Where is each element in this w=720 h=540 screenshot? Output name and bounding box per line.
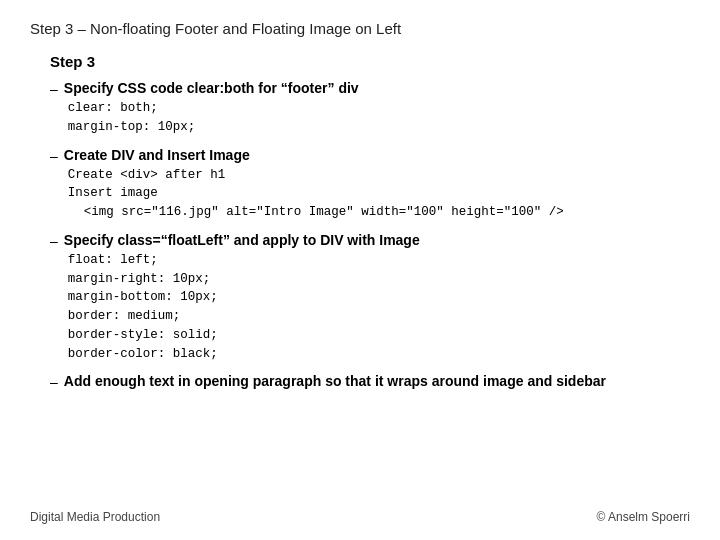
bullet-heading-4: Add enough text in opening paragraph so …: [64, 373, 606, 389]
code-line-3-5: border-style: solid;: [68, 326, 690, 345]
footer-bar: Digital Media Production © Anselm Spoerr…: [30, 510, 690, 524]
code-block-1: clear: both; margin-top: 10px;: [68, 99, 690, 137]
code-line-3-3: margin-bottom: 10px;: [68, 288, 690, 307]
code-line-3-4: border: medium;: [68, 307, 690, 326]
code-line-1-1: clear: both;: [68, 99, 690, 118]
bullet-item-3: – Specify class=“floatLeft” and apply to…: [50, 232, 690, 364]
bullet-item-4: – Add enough text in opening paragraph s…: [50, 373, 690, 390]
dash-4: –: [50, 374, 58, 390]
code-line-1-2: margin-top: 10px;: [68, 118, 690, 137]
code-line-3-2: margin-right: 10px;: [68, 270, 690, 289]
bullet-content-3: Specify class=“floatLeft” and apply to D…: [64, 232, 690, 364]
code-line-2-extra: <img src="116.jpg" alt="Intro Image" wid…: [84, 203, 690, 222]
bullet-heading-3: Specify class=“floatLeft” and apply to D…: [64, 232, 420, 248]
code-block-3: float: left; margin-right: 10px; margin-…: [68, 251, 690, 364]
code-block-2: Create <div> after h1 Insert image <img …: [68, 166, 690, 222]
dash-3: –: [50, 233, 58, 249]
dash-2: –: [50, 148, 58, 164]
code-line-3-6: border-color: black;: [68, 345, 690, 364]
footer-right: © Anselm Spoerri: [596, 510, 690, 524]
main-section: Step 3 – Specify CSS code clear:both for…: [50, 53, 690, 390]
footer-left: Digital Media Production: [30, 510, 160, 524]
page-title: Step 3 – Non-floating Footer and Floatin…: [30, 20, 690, 37]
code-line-2-1: Create <div> after h1: [68, 166, 690, 185]
bullet-heading-2: Create DIV and Insert Image: [64, 147, 250, 163]
bullet-heading-1: Specify CSS code clear:both for “footer”…: [64, 80, 359, 96]
dash-1: –: [50, 81, 58, 97]
bullet-item-2: – Create DIV and Insert Image Create <di…: [50, 147, 690, 222]
bullet-item-1: – Specify CSS code clear:both for “foote…: [50, 80, 690, 137]
step-label: Step 3: [50, 53, 690, 70]
code-line-2-2: Insert image: [68, 184, 690, 203]
bullet-content-4: Add enough text in opening paragraph so …: [64, 373, 690, 389]
bullet-content-2: Create DIV and Insert Image Create <div>…: [64, 147, 690, 222]
code-line-3-1: float: left;: [68, 251, 690, 270]
bullet-content-1: Specify CSS code clear:both for “footer”…: [64, 80, 690, 137]
